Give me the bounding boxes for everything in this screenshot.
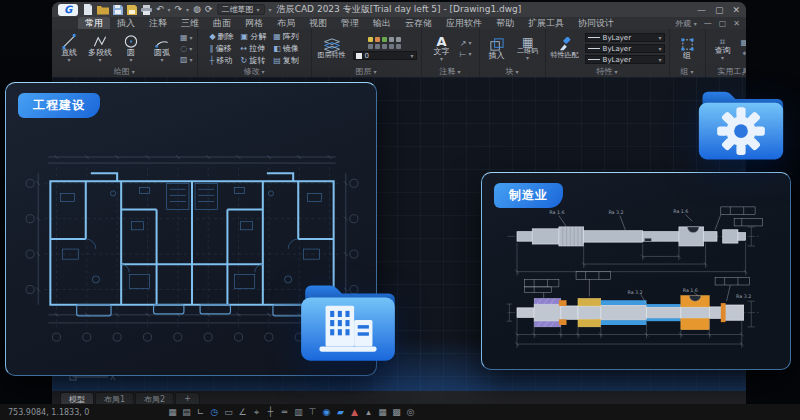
layout-tab[interactable]: 布局2 [135, 392, 174, 404]
layer-dropdown[interactable]: 0 ▾ [353, 51, 417, 60]
ribbon-tab[interactable]: 应用软件 [439, 17, 489, 29]
tool-circle[interactable]: 圆▾ [118, 34, 144, 64]
modify-tool[interactable]: ↔ 拉伸 [241, 43, 267, 54]
settings-folder-icon[interactable] [690, 77, 792, 169]
modify-tool[interactable]: ◧ 镜像 [273, 43, 299, 54]
ribbon-tab[interactable]: 协同设计 [571, 17, 621, 29]
ribbon-tab[interactable]: 三维 [174, 17, 206, 29]
modify-tool[interactable]: ▦ 阵列 [273, 31, 299, 42]
ribbon-tab[interactable]: 云存储 [398, 17, 439, 29]
modify-tool[interactable]: ◆ 删除 [209, 31, 233, 42]
statusbar-toggle-icon[interactable]: ∠ [236, 404, 249, 420]
statusbar-toggle-icon[interactable]: ▴ [362, 404, 375, 420]
ribbon-tab[interactable]: 插入 [110, 17, 142, 29]
modify-tool[interactable]: ↻ 旋转 [241, 55, 267, 66]
tool-arc[interactable]: 圆弧▾ [149, 34, 175, 64]
ribbon-group-modify: ◆ 删除 ▣ 分解 ▦ 阵列 ∥ 偏移 [198, 29, 312, 77]
statusbar-toggle-icon[interactable]: ◎ [404, 404, 417, 420]
redo-caret-icon[interactable]: ▾ [186, 7, 189, 13]
tool-qrcode[interactable]: ▦ 二维码▾ [515, 36, 541, 62]
ribbon-group-layers: 图层特性 [312, 29, 422, 77]
group-label-group[interactable]: 组▾ [670, 66, 705, 77]
minimize-icon[interactable]: — [697, 5, 706, 15]
doc-minimize-icon[interactable]: — [704, 19, 712, 28]
close-icon[interactable]: ✕ [732, 5, 740, 15]
layout-tab[interactable]: + [175, 392, 200, 404]
ribbon-tab[interactable]: 常用 [78, 17, 110, 29]
modify-tool[interactable]: ∥ 偏移 [209, 43, 233, 54]
save-icon[interactable] [113, 5, 123, 15]
statusbar-toggle-icon[interactable]: ⌖ [250, 404, 263, 420]
statusbar-toggle-icon[interactable]: ▦ [376, 404, 389, 420]
statusbar-toggle-icon[interactable]: ┼ [264, 404, 277, 420]
modify-tool[interactable]: ┼ 移动 [209, 55, 233, 66]
doc-close-icon[interactable]: ✕ [733, 19, 740, 28]
app-logo-icon[interactable]: G [58, 4, 78, 16]
save-as-icon[interactable] [127, 5, 137, 15]
statusbar-toggle-icon[interactable]: ◉ [320, 404, 333, 420]
layer-state-icons[interactable] [368, 37, 401, 42]
ribbon-tab[interactable]: 布局 [270, 17, 302, 29]
group-label-block[interactable]: 块▾ [480, 66, 545, 77]
qat-more-icon[interactable]: ▾ [269, 7, 272, 13]
web-icon[interactable]: ◍ [193, 5, 201, 14]
draw-extra-tools[interactable]: ▦▾ ◌▾ ▨▾ [180, 33, 193, 64]
group-label-utilities[interactable]: 实用工具 [706, 66, 746, 77]
group-label-layers[interactable]: 图层▾ [312, 66, 421, 77]
bylayer-dropdown[interactable]: ByLayer ▾ [585, 33, 665, 42]
statusbar-toggle-icon[interactable]: ▲ [348, 404, 361, 420]
statusbar-toggle-icon[interactable]: ∟ [194, 404, 207, 420]
new-file-icon[interactable] [83, 4, 93, 15]
caret-down-icon: ▾ [67, 57, 70, 63]
annotate-extra-tools[interactable]: ↗▾ ⊢▾ [460, 39, 472, 59]
ribbon-tab[interactable]: 输出 [366, 17, 398, 29]
undo-caret-icon[interactable]: ▾ [168, 7, 171, 13]
construction-folder-icon[interactable] [295, 268, 401, 372]
undo-icon[interactable]: ↶ [156, 5, 164, 14]
tool-text[interactable]: A 文字▾ [429, 35, 455, 63]
ribbon-tab[interactable]: 注释 [142, 17, 174, 29]
tool-measure[interactable]: ⌗ 查询▾ [710, 36, 736, 62]
statusbar-toggle-icon[interactable]: ▦ [166, 404, 179, 420]
tool-polyline[interactable]: 多段线▾ [87, 34, 113, 64]
ribbon-tab[interactable]: 管理 [334, 17, 366, 29]
statusbar-toggle-icon[interactable]: ⊤ [306, 404, 319, 420]
group-label-draw[interactable]: 绘图▾ [52, 66, 197, 77]
doc-restore-icon[interactable]: ▢ [719, 19, 727, 28]
statusbar-toggle-icon[interactable]: ▰ [334, 404, 347, 420]
ribbon-tab[interactable]: 帮助 [489, 17, 521, 29]
ribbon-tab[interactable]: 网格 [238, 17, 270, 29]
tool-match-properties[interactable]: 特性匹配 [550, 37, 580, 60]
tool-insert-block[interactable]: 插入 [484, 37, 510, 61]
statusbar-toggle-icon[interactable]: ═ [278, 404, 291, 420]
statusbar-toggle-icon[interactable]: ▤ [180, 404, 193, 420]
appearance-menu[interactable]: 外观 ▾ [675, 18, 697, 29]
modify-tool[interactable]: ▤ 复制 [273, 55, 299, 66]
layer-state-icons-2[interactable] [368, 44, 401, 49]
group-label-properties[interactable]: 特性▾ [546, 66, 669, 77]
modify-tool[interactable]: ▣ 分解 [241, 31, 267, 42]
ribbon-tab[interactable]: 曲面 [206, 17, 238, 29]
workspace-selector[interactable]: 二维草图 ▾ [217, 4, 265, 15]
layout-tab[interactable]: 布局1 [95, 392, 134, 404]
bylayer-dropdown[interactable]: ByLayer ▾ [585, 44, 665, 53]
statusbar-toggle-icon[interactable]: ▭ [222, 404, 235, 420]
layout-tab[interactable]: 模型 [60, 392, 94, 404]
group-label-annotate[interactable]: 注释▾ [422, 66, 479, 77]
redo-icon[interactable]: ↷ [175, 5, 183, 14]
utility-extra-tools[interactable]: ▦∠ ⌖◉ [741, 38, 746, 59]
statusbar-toggle-icon[interactable]: ▥ [292, 404, 305, 420]
bylayer-dropdown[interactable]: ByLayer ▾ [585, 55, 665, 64]
print-icon[interactable] [141, 5, 152, 15]
statusbar-toggle-icon[interactable]: ▩ [390, 404, 403, 420]
statusbar-toggle-icon[interactable]: ◷ [208, 404, 221, 420]
tool-group[interactable]: 组 [674, 37, 700, 61]
open-folder-icon[interactable] [97, 5, 109, 15]
ribbon-tab[interactable]: 扩展工具 [521, 17, 571, 29]
ribbon-tab[interactable]: 视图 [302, 17, 334, 29]
tool-line[interactable]: 直线▾ [56, 34, 82, 64]
restore-icon[interactable]: ▢ [715, 5, 724, 15]
group-label-modify[interactable]: 修改▾ [198, 66, 311, 77]
refresh-icon[interactable]: ⟳ [205, 5, 213, 14]
tool-layer-properties[interactable]: 图层特性 [316, 37, 348, 60]
